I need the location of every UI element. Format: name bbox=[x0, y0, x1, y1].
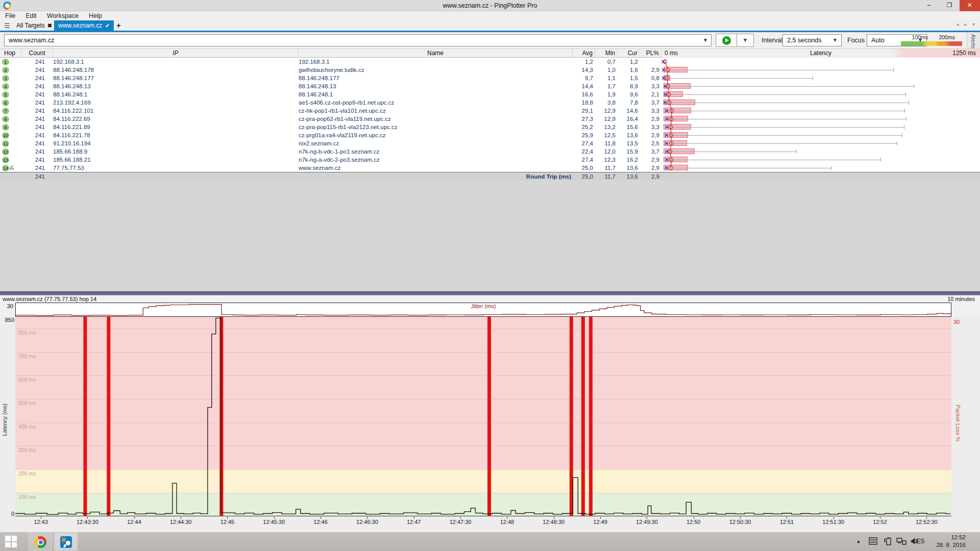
col-cur[interactable]: Cur bbox=[618, 49, 640, 58]
new-tab-button[interactable]: + bbox=[116, 20, 121, 31]
latency-col-title: Latency bbox=[662, 49, 980, 58]
menu-edit[interactable]: Edit bbox=[20, 11, 42, 20]
time-tick-label: 12:51 bbox=[780, 519, 794, 525]
hamburger-icon[interactable]: ☰ bbox=[4, 22, 10, 30]
table-row[interactable]: 4 241 88.146.248.13 88.146.248.13 14,4 1… bbox=[0, 82, 980, 90]
network-icon[interactable] bbox=[896, 537, 906, 545]
latency-graph-cell bbox=[662, 74, 980, 82]
interval-select[interactable]: 2,5 seconds ▼ bbox=[782, 34, 842, 46]
time-tick-label: 12:52:30 bbox=[916, 519, 938, 525]
tab-scroll-arrows[interactable]: ◂ ▸ ▾ bbox=[956, 21, 977, 27]
hidden-icons-button[interactable]: ▲ bbox=[853, 532, 864, 551]
target-address-combobox[interactable]: www.seznam.cz ▼ bbox=[4, 34, 712, 46]
menu-workspace[interactable]: Workspace bbox=[42, 11, 84, 20]
empty-area bbox=[0, 180, 980, 291]
ip-cell: 84.116.221.78 bbox=[53, 131, 293, 139]
table-row[interactable]: 9 241 84.116.221.89 cz-pra-pop115-rb1-vl… bbox=[0, 123, 980, 131]
chevron-down-icon[interactable]: ▼ bbox=[703, 35, 708, 46]
count-cell: 241 bbox=[21, 156, 45, 164]
time-tick-label: 12:47:30 bbox=[450, 519, 472, 525]
tab-all-targets[interactable]: All Targets✖ bbox=[12, 20, 56, 31]
avg-cell: 25,9 bbox=[573, 131, 593, 139]
start-trace-button[interactable] bbox=[716, 34, 737, 47]
start-trace-dropdown[interactable]: ▼ bbox=[737, 34, 754, 47]
avg-cell: 18,8 bbox=[573, 98, 593, 107]
minimize-button[interactable]: – bbox=[919, 0, 939, 11]
col-ip[interactable]: IP bbox=[53, 49, 299, 58]
col-min[interactable]: Min bbox=[595, 49, 618, 58]
pl-cell: 3,3 bbox=[640, 123, 659, 131]
metro-app-icon[interactable] bbox=[869, 537, 878, 545]
table-row[interactable]: 11 241 91.210.16.194 nix2.seznam.cz 27,4… bbox=[0, 139, 980, 147]
close-button[interactable]: ✕ bbox=[960, 0, 980, 11]
col-latency[interactable]: 0 ms Latency 1250 ms bbox=[662, 49, 980, 58]
hop-number-badge: 13 bbox=[2, 157, 9, 163]
name-cell: cz-hk-pop1-rb1-vla101.net.upc.cz bbox=[299, 107, 571, 115]
col-hop[interactable]: Hop bbox=[0, 49, 21, 58]
hop-cell: 12 bbox=[2, 147, 20, 156]
chevron-down-icon[interactable]: ▼ bbox=[832, 35, 838, 46]
latency-graph-cell bbox=[662, 164, 980, 172]
latency-scale-max: 1250 ms bbox=[952, 49, 976, 58]
latency-max-whisker bbox=[664, 152, 796, 152]
tab-www-seznam-cz[interactable]: www.seznam.cz✔ bbox=[54, 20, 114, 31]
tab-close-icon[interactable]: ✖ bbox=[47, 22, 52, 29]
latency-max-cap bbox=[909, 101, 909, 105]
legend-gradient-bar bbox=[901, 41, 962, 46]
start-button[interactable] bbox=[5, 536, 17, 548]
hop-number-badge: 3 bbox=[2, 75, 9, 82]
time-tick-label: 12:44 bbox=[127, 519, 141, 525]
latency-max-whisker bbox=[664, 111, 904, 111]
table-row[interactable]: 13 241 185.66.188.21 n7k-ng-a-vdc-2-po3.… bbox=[0, 156, 980, 164]
pingplotter-taskbar-button[interactable] bbox=[54, 533, 78, 550]
chrome-taskbar-button[interactable] bbox=[29, 533, 52, 550]
battery-icon[interactable] bbox=[883, 537, 892, 545]
pl-cell: 0,8 bbox=[640, 74, 659, 82]
count-cell: 241 bbox=[21, 90, 45, 98]
timeline-plot-area[interactable]: 100 ms200 ms300 ms400 ms500 ms600 ms700 … bbox=[15, 317, 951, 516]
name-cell: ae1-s406.cz-ost-pop9-rb1.net.upc.cz bbox=[299, 98, 571, 107]
gridline bbox=[15, 469, 951, 470]
table-row[interactable]: 14 241 77.75.77.53 www.seznam.cz 25,0 11… bbox=[0, 164, 980, 172]
table-row[interactable]: 5 241 88.146.248.1 88.146.248.1 16,6 1,9… bbox=[0, 90, 980, 98]
cur-cell: 15,6 bbox=[618, 123, 638, 131]
ip-cell: 185.66.188.9 bbox=[53, 147, 293, 156]
ip-cell: 185.66.188.21 bbox=[53, 156, 293, 164]
avg-cell: 1,2 bbox=[573, 58, 593, 66]
count-cell: 241 bbox=[21, 82, 45, 90]
min-cell: 1,1 bbox=[595, 74, 616, 82]
round-trip-avg: 25,0 bbox=[573, 172, 593, 181]
name-cell: cz-prg01a-ra4-vla2119.net.upc.cz bbox=[299, 131, 571, 139]
menu-file[interactable]: File bbox=[0, 11, 20, 20]
clock[interactable]: 12:52 28. 8. 2016 bbox=[927, 534, 966, 549]
min-cell: 12,9 bbox=[595, 107, 616, 115]
language-indicator[interactable]: CES bbox=[910, 532, 927, 551]
round-trip-row[interactable]: 241 Round Trip (ms) 25,0 11,7 13,6 2,9 bbox=[0, 172, 980, 180]
avg-cell: 16,6 bbox=[573, 90, 593, 98]
ip-cell: 192.168.3.1 bbox=[53, 58, 293, 66]
table-row[interactable]: 3 241 88.146.248.177 88.146.248.177 9,7 … bbox=[0, 74, 980, 82]
table-row[interactable]: 10 241 84.116.221.78 cz-prg01a-ra4-vla21… bbox=[0, 131, 980, 139]
hop-cell: 5 bbox=[2, 90, 20, 98]
min-cell: 1,9 bbox=[595, 90, 616, 98]
avg-cell: 14,3 bbox=[573, 66, 593, 74]
hop-number-badge: 7 bbox=[2, 108, 9, 114]
table-row[interactable]: 12 241 185.66.188.9 n7k-ng-b-vdc-1-po1.s… bbox=[0, 147, 980, 156]
y-axis-min-label: 0 bbox=[1, 511, 14, 517]
latency-graph-cell bbox=[662, 131, 980, 139]
menu-help[interactable]: Help bbox=[84, 11, 107, 20]
timeline-range-label: 10 minutes bbox=[947, 295, 975, 303]
col-pl[interactable]: PL% bbox=[640, 49, 662, 58]
table-row[interactable]: 2 241 88.146.248.178 gwlhotauchoryne.lud… bbox=[0, 66, 980, 74]
ip-cell: 77.75.77.53 bbox=[53, 164, 293, 172]
col-count[interactable]: Count bbox=[21, 49, 53, 58]
table-row[interactable]: 7 241 84.116.222.101 cz-hk-pop1-rb1-vla1… bbox=[0, 107, 980, 115]
table-row[interactable]: 1 241 192.168.3.1 192.168.3.1 1,2 0,7 1,… bbox=[0, 58, 980, 66]
table-row[interactable]: 6 241 213.192.4.169 ae1-s406.cz-ost-pop9… bbox=[0, 98, 980, 107]
col-avg[interactable]: Avg bbox=[573, 49, 595, 58]
table-row[interactable]: 8 241 84.116.222.69 cz-pra-pop62-rb1-vla… bbox=[0, 115, 980, 123]
pane-splitter[interactable] bbox=[0, 291, 980, 295]
hop-cell: 1 bbox=[2, 58, 20, 66]
maximize-button[interactable]: ❐ bbox=[939, 0, 960, 11]
col-name[interactable]: Name bbox=[299, 49, 573, 58]
